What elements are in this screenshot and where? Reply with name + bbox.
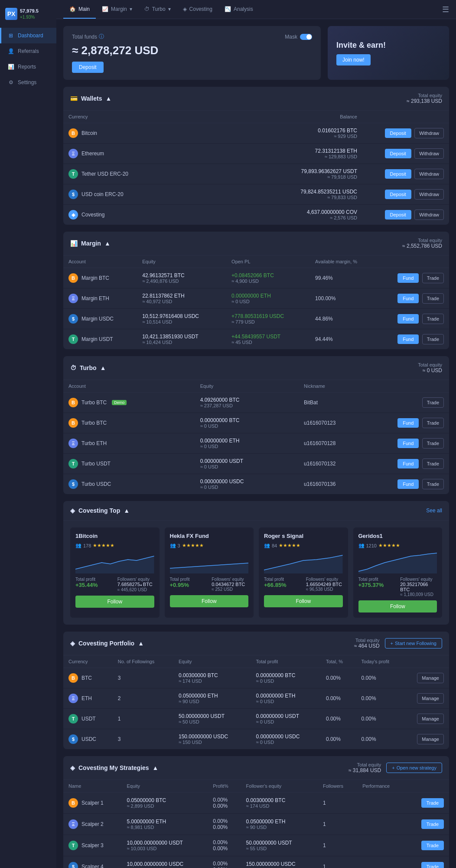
fund-button[interactable]: Fund — [397, 479, 419, 489]
cov-sparkline — [358, 552, 437, 573]
wallet-balance-cell: 4,637.00000000 COV ≈ 2,576 USD — [216, 205, 362, 225]
eth-icon: Ξ — [68, 439, 78, 448]
follow-button[interactable]: Follow — [75, 596, 154, 608]
manage-button[interactable]: Manage — [417, 673, 444, 683]
total-deposit-button[interactable]: Deposit — [72, 62, 104, 73]
cov-followers-equity: Followers' equity 0.0434672 BTC ≈ 252 US… — [212, 577, 248, 592]
deposit-button[interactable]: Deposit — [385, 128, 411, 138]
follow-button[interactable]: Follow — [358, 600, 437, 613]
wallet-actions: Deposit Withdraw — [362, 144, 449, 164]
trade-button[interactable]: Trade — [422, 479, 444, 489]
trade-button[interactable]: Trade — [422, 459, 444, 469]
trade-button[interactable]: Trade — [422, 293, 444, 304]
cs-actions: Trade — [406, 856, 449, 868]
manage-button[interactable]: Manage — [417, 693, 444, 704]
sidebar-item-referrals[interactable]: 👤 Referrals — [0, 43, 56, 59]
withdraw-button[interactable]: Withdraw — [414, 189, 444, 200]
cov-total-profit: Total profit +375.37% — [358, 577, 395, 597]
covesting-strategies-collapse-icon[interactable]: ▲ — [153, 764, 159, 771]
open-strategy-button[interactable]: + Open new strategy — [386, 763, 442, 773]
usdt-icon: T — [68, 714, 78, 724]
tab-margin[interactable]: 📈 Margin ▾ — [96, 0, 138, 19]
trade-strategy-button[interactable]: Trade — [421, 841, 444, 850]
trade-button[interactable]: Trade — [422, 438, 444, 449]
cp-actions: Manage — [406, 668, 449, 688]
trade-strategy-button[interactable]: Trade — [421, 798, 444, 808]
see-all-link[interactable]: See all — [426, 508, 442, 514]
stars-display: ★★★★★ — [279, 543, 300, 548]
table-row: Ξ Margin ETH 22.81137862 ETH ≈ 40,972 US… — [63, 288, 449, 309]
covesting-top-icon: ◈ — [70, 507, 75, 514]
start-following-button[interactable]: + Start new Following — [385, 638, 442, 649]
fund-button[interactable]: Fund — [397, 334, 419, 344]
wallet-balance-cell: 79,893.96362627 USDT ≈ 79,918 USD — [216, 164, 362, 184]
trade-button[interactable]: Trade — [422, 418, 444, 428]
covesting-top-collapse-icon[interactable]: ▲ — [124, 507, 130, 514]
cov-card-name: Geridos1 — [358, 533, 437, 539]
fund-button[interactable]: Fund — [397, 459, 419, 468]
sidebar-nav: ⊞ Dashboard 👤 Referrals 📊 Reports ⚙ Sett… — [0, 28, 56, 868]
trade-button[interactable]: Trade — [422, 314, 444, 324]
trade-button[interactable]: Trade — [422, 334, 444, 344]
usdc-icon: $ — [68, 734, 78, 744]
manage-button[interactable]: Manage — [417, 734, 444, 744]
cov-sparkline — [264, 552, 343, 573]
deposit-button[interactable]: Deposit — [385, 210, 411, 219]
margin-available-cell: 100.00% — [310, 288, 380, 309]
cp-today-profit-cell: 0.00% — [356, 729, 406, 750]
tab-turbo[interactable]: ⏱ Turbo ▾ — [138, 0, 177, 19]
cov-profit-pct: +0.95% — [170, 582, 207, 588]
list-item: Hekla FX Fund 👥 3 ★★★★★ Total profit +0.… — [165, 527, 254, 618]
sidebar-item-reports[interactable]: 📊 Reports — [0, 59, 56, 75]
margin-col-actions — [380, 255, 449, 268]
users-icon: 👤 — [7, 48, 14, 55]
fund-button[interactable]: Fund — [397, 294, 419, 303]
table-row: B Scalper 1 0.05000000 BTC ≈ 2,899 USD 0… — [63, 793, 449, 814]
sidebar-logo: PX 57,979.5 +1.93% — [0, 3, 56, 24]
list-item: Geridos1 👥 1210 ★★★★★ Total profit +375.… — [353, 527, 443, 618]
trade-strategy-button[interactable]: Trade — [421, 819, 444, 829]
fund-button[interactable]: Fund — [397, 418, 419, 428]
hamburger-menu[interactable]: ☰ — [442, 5, 449, 14]
cs-performance-cell — [357, 856, 406, 868]
fund-button[interactable]: Fund — [397, 314, 419, 324]
eth-icon: Ξ — [68, 694, 78, 703]
turbo-col-account: Account — [63, 380, 195, 393]
trade-strategy-button[interactable]: Trade — [421, 862, 444, 868]
manage-button[interactable]: Manage — [417, 714, 444, 724]
margin-col-equity: Equity — [137, 255, 226, 268]
follow-button[interactable]: Follow — [170, 595, 249, 607]
wallets-collapse-icon[interactable]: ▲ — [106, 95, 112, 102]
wallets-col-currency: Currency — [63, 111, 216, 123]
cov-profit-pct: +35.44% — [75, 582, 112, 588]
tab-analysis[interactable]: 📉 Analysis — [218, 0, 259, 19]
deposit-button[interactable]: Deposit — [385, 149, 411, 158]
fund-button[interactable]: Fund — [397, 439, 419, 448]
cs-col-equity: Equity — [121, 780, 208, 793]
deposit-button[interactable]: Deposit — [385, 190, 411, 199]
toggle-dot — [306, 34, 312, 39]
mask-switch[interactable] — [300, 34, 312, 40]
withdraw-button[interactable]: Withdraw — [414, 169, 444, 179]
withdraw-button[interactable]: Withdraw — [414, 128, 444, 138]
total-funds-label: Total funds ⓘ — [72, 33, 104, 40]
tab-main[interactable]: 🏠 Main — [63, 0, 96, 19]
tab-covesting[interactable]: ◈ Covesting — [177, 0, 218, 19]
sidebar-item-dashboard[interactable]: ⊞ Dashboard — [0, 28, 56, 43]
withdraw-button[interactable]: Withdraw — [414, 210, 444, 220]
cov-card-name: 1Bitcoin — [75, 533, 154, 539]
fund-button[interactable]: Fund — [397, 273, 419, 283]
follow-button[interactable]: Follow — [264, 595, 343, 607]
margin-collapse-icon[interactable]: ▲ — [104, 240, 111, 247]
join-now-button[interactable]: Join now! — [336, 54, 371, 66]
deposit-button[interactable]: Deposit — [385, 169, 411, 179]
cs-name-cell: $ Scalper 4 — [63, 856, 121, 868]
margin-equity-cell: 10,512.97616408 USDC ≈ 10,514 USD — [137, 309, 226, 329]
sidebar-item-settings[interactable]: ⚙ Settings — [0, 75, 56, 90]
withdraw-button[interactable]: Withdraw — [414, 148, 444, 159]
wallet-balance-cell: 0.01602176 BTC ≈ 929 USD — [216, 123, 362, 144]
trade-button[interactable]: Trade — [422, 397, 444, 408]
covesting-portfolio-collapse-icon[interactable]: ▲ — [138, 640, 144, 647]
turbo-collapse-icon[interactable]: ▲ — [100, 364, 106, 371]
trade-button[interactable]: Trade — [422, 273, 444, 283]
